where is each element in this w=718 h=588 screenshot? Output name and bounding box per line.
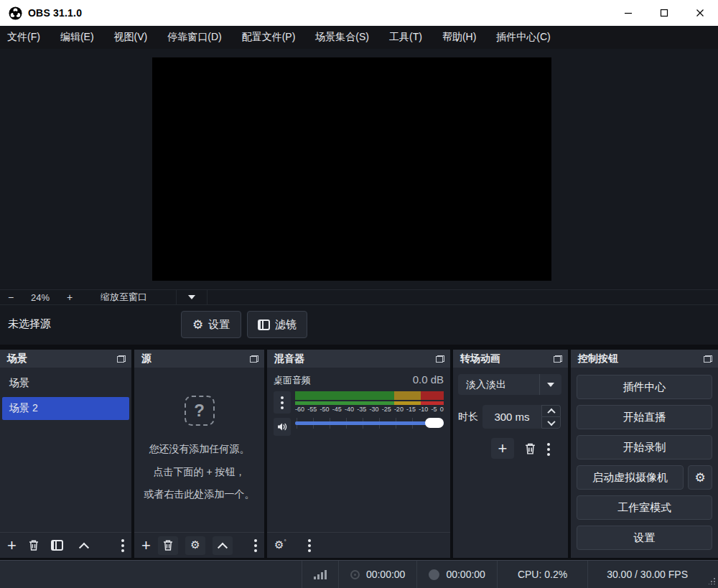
meter-scale: -60-55-50-45-40-35-30-25-20-15-10-50 [295,406,444,413]
transitions-panel-title: 转场动画 [460,353,500,365]
volume-slider[interactable] [295,414,444,432]
scene-item[interactable]: 场景 [0,371,131,395]
mixer-overflow-menu-button[interactable] [308,539,311,552]
gear-icon: ⚙ [694,472,705,484]
popout-icon[interactable] [117,355,126,363]
minimize-button[interactable] [610,0,646,26]
studio-mode-button[interactable]: 工作室模式 [577,495,712,520]
preview-canvas[interactable] [152,57,551,281]
menu-help[interactable]: 帮助(H) [442,31,476,44]
duration-label: 时长 [458,411,482,424]
start-virtual-camera-button[interactable]: 启动虚拟摄像机 [577,465,684,490]
title-bar: OBS 31.1.0 [0,0,718,26]
preview-zoom-bar: − 24% + 缩放至窗口 [0,289,718,305]
audio-mixer-panel: 混音器 桌面音频 0.0 dB [267,350,450,558]
menu-view[interactable]: 视图(V) [114,31,148,44]
scene-item-selected[interactable]: 场景 2 [2,397,129,420]
channel-menu-button[interactable] [274,391,291,414]
maximize-button[interactable] [646,0,682,26]
channel-name: 桌面音频 [274,374,311,387]
mute-toggle-button[interactable] [274,418,291,436]
slider-handle[interactable] [425,418,444,428]
mixer-channel: 桌面音频 0.0 dB [267,368,450,436]
start-streaming-button[interactable]: 开始直播 [577,405,712,429]
remove-scene-button[interactable] [28,539,39,551]
virtual-camera-settings-button[interactable]: ⚙ [688,465,712,490]
menu-file[interactable]: 文件(F) [7,31,40,44]
close-button[interactable] [682,0,718,26]
zoom-in-button[interactable]: + [59,291,80,303]
sources-overflow-menu-button[interactable] [254,539,257,552]
sources-toolbar: + ⚙ [134,532,264,558]
duration-input[interactable]: 300 ms [482,405,541,429]
scenes-panel: 场景 场景 场景 2 + [0,350,131,558]
source-filters-button[interactable]: 滤镜 [247,311,307,338]
transitions-panel: 转场动画 淡入淡出 时长 300 ms + [453,350,568,558]
start-recording-button[interactable]: 开始录制 [577,435,712,459]
duration-decrement-button[interactable] [541,416,561,429]
zoom-level: 24% [22,292,59,303]
source-properties-button[interactable]: ⚙ [185,536,205,555]
fit-dropdown-button[interactable] [176,290,208,304]
scenes-panel-title: 场景 [7,353,27,365]
slider-track[interactable] [295,421,444,425]
speaker-icon [277,422,288,431]
source-settings-button[interactable]: ⚙ 设置 [181,311,241,338]
transition-properties-button[interactable] [547,443,550,456]
gear-icon: ⚙ [192,319,203,331]
sources-empty-state: ? 您还没有添加任何源。 点击下面的 + 按钮， 或者右击此处添加一个。 [134,368,264,532]
transition-current: 淡入淡出 [458,378,506,391]
sources-panel: 源 ? 您还没有添加任何源。 点击下面的 + 按钮， 或者右击此处添加一个。 +… [134,350,264,558]
source-move-up-button[interactable] [213,536,233,555]
popout-icon[interactable] [250,355,258,363]
status-bar: 00:00:00 00:00:00 CPU: 0.2% 30.00 / 30.0… [0,560,718,588]
add-transition-button[interactable]: + [491,438,514,459]
remove-transition-button[interactable] [524,442,536,455]
window-controls [610,0,718,26]
transition-select[interactable]: 淡入淡出 [458,374,561,395]
signal-bars-icon [314,569,327,579]
menu-tools[interactable]: 工具(T) [389,31,422,44]
fps-value: 30.00 / 30.00 FPS [607,569,688,580]
volume-meter-peak [295,401,444,405]
popout-icon[interactable] [554,355,562,363]
scene-move-up-button[interactable] [80,542,88,549]
sources-panel-header: 源 [134,350,264,368]
advanced-audio-button[interactable]: ⚙° [274,540,286,551]
record-timer: 00:00:00 [416,561,497,588]
scene-filters-button[interactable] [51,540,63,551]
popout-icon[interactable] [704,355,712,363]
filter-icon [258,319,270,330]
mixer-panel-title: 混音器 [274,353,304,365]
sources-empty-text: 点击下面的 + 按钮， [154,463,246,482]
remove-source-button[interactable] [158,536,178,555]
settings-button[interactable]: 设置 [577,526,712,550]
menu-docks[interactable]: 停靠窗口(D) [167,31,221,44]
scenes-overflow-menu-button[interactable] [121,539,124,552]
chevron-down-icon [547,383,554,387]
plugin-center-button[interactable]: 插件中心 [577,375,712,399]
add-scene-button[interactable]: + [7,538,17,554]
cpu-usage-value: CPU: 0.2% [518,569,567,580]
duration-increment-button[interactable] [541,405,561,416]
record-status-icon [429,569,439,580]
menu-edit[interactable]: 编辑(E) [60,31,94,44]
stream-status-icon [350,570,360,579]
transitions-panel-header: 转场动画 [453,350,568,368]
channel-db-value: 0.0 dB [413,373,444,386]
resize-grip[interactable] [707,561,718,588]
popout-icon[interactable] [436,355,444,363]
source-settings-label: 设置 [208,318,230,332]
zoom-out-button[interactable]: − [0,291,22,303]
connection-status [302,561,338,588]
fit-to-window-label[interactable]: 缩放至窗口 [92,291,156,304]
menu-profile[interactable]: 配置文件(P) [242,31,296,44]
volume-meter [295,391,444,400]
transition-select-arrow[interactable] [539,374,561,395]
menu-scene-collection[interactable]: 场景集合(S) [315,31,369,44]
add-source-button[interactable]: + [141,538,151,554]
chevron-up-icon [547,408,555,416]
menu-plugin-center[interactable]: 插件中心(C) [496,31,550,44]
controls-panel-title: 控制按钮 [578,353,618,365]
source-action-bar: 未选择源 ⚙ 设置 滤镜 [0,305,718,345]
